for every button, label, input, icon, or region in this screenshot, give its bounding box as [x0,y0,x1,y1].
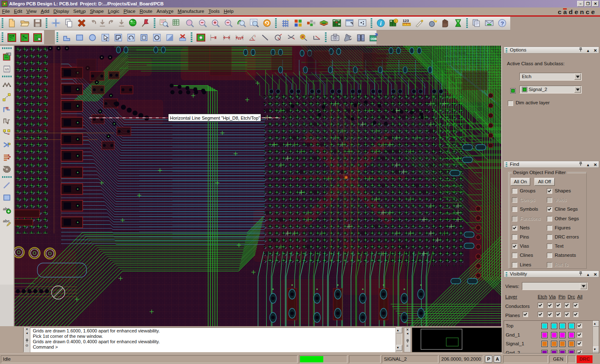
svg-text:Horizontal Line Segment "Hpi_D: Horizontal Line Segment "Hpi_D8, Etch/To… [170,116,260,121]
svg-text:abc: abc [3,218,10,223]
svg-text:123: 123 [403,19,409,23]
svg-text:i: i [380,20,381,27]
svg-text:?: ? [501,20,504,27]
svg-text:1: 1 [254,34,256,38]
svg-text:U1: U1 [5,67,9,71]
svg-text:ODB: ODB [371,37,377,40]
svg-text:CM: CM [335,19,339,22]
